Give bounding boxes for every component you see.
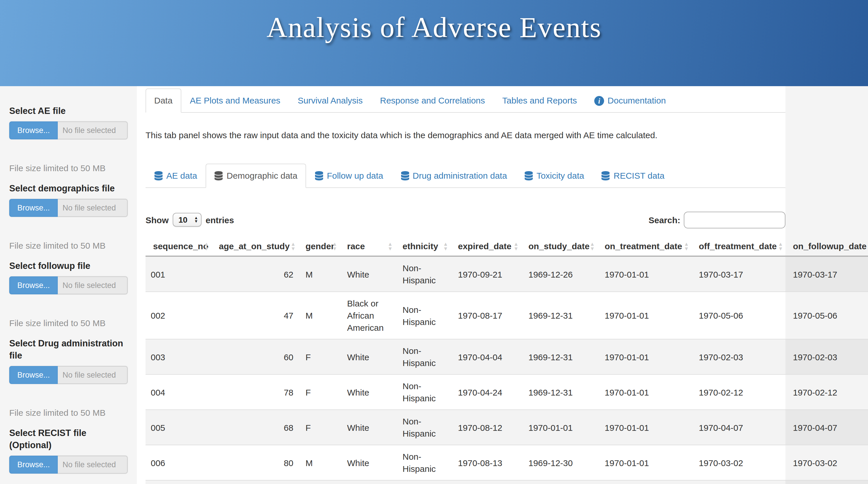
- table-row: 006 80 M White Non-Hispanic 1970-08-13 1…: [146, 445, 868, 480]
- column-header-sequence-no[interactable]: sequence_no▲▼: [146, 236, 214, 256]
- tab-data[interactable]: Data: [146, 88, 181, 113]
- sort-icon[interactable]: ▲▼: [388, 241, 393, 251]
- file-input[interactable]: Browse... No file selected: [9, 199, 128, 217]
- cell-on-followup-date: 1970-02-03: [788, 339, 868, 374]
- tab-follow-up-data[interactable]: Follow up data: [306, 164, 392, 188]
- page-length-select[interactable]: 10 ▲ ▼: [173, 213, 202, 227]
- info-icon: i: [594, 96, 604, 106]
- tab-label: Data: [154, 95, 173, 106]
- sort-icon[interactable]: ▲▼: [204, 241, 209, 251]
- cell-age: 78: [214, 374, 300, 410]
- cell-race: White: [342, 410, 397, 445]
- cell-ethnicity: Non-Hispanic: [397, 445, 453, 480]
- column-header-ethnicity[interactable]: ethnicity▲▼: [397, 236, 453, 256]
- sort-icon[interactable]: ▲▼: [290, 241, 296, 251]
- stepper-down-icon: ▼: [194, 220, 198, 223]
- demographic-data-table: sequence_no▲▼ age_at_on_study▲▼ gender▲▼…: [146, 236, 868, 484]
- file-input[interactable]: Browse... No file selected: [9, 277, 128, 294]
- browse-button[interactable]: Browse...: [9, 366, 58, 384]
- cell-on-study-date: 1969-12-26: [523, 256, 599, 292]
- tab-documentation[interactable]: i Documentation: [586, 88, 675, 113]
- cell-gender: M: [300, 292, 342, 339]
- column-header-label: gender: [306, 241, 334, 251]
- sort-icon[interactable]: ▲▼: [443, 241, 448, 251]
- cell-on-treatment-date: 1970-01-01: [599, 445, 693, 480]
- column-header-expired-date[interactable]: expired_date▲▼: [453, 236, 523, 256]
- column-header-race[interactable]: race▲▼: [342, 236, 397, 256]
- tab-ae-data[interactable]: AE data: [146, 164, 206, 188]
- tab-demographic-data[interactable]: Demographic data: [206, 164, 306, 188]
- cell-off-treatment-date: 1970-04-07: [693, 410, 788, 445]
- table-controls: Show 10 ▲ ▼ entries Search:: [146, 211, 785, 228]
- tab-label: Response and Correlations: [380, 95, 485, 106]
- sort-icon[interactable]: ▲▼: [332, 241, 337, 251]
- page-title: Analysis of Adverse Events: [267, 10, 601, 44]
- file-input-label: Select RECIST file (Optional): [9, 427, 128, 451]
- cell-gender: F: [300, 339, 342, 374]
- cell-ethnicity: Non-Hispanic: [397, 256, 453, 292]
- file-input-block: Select Drug administration file Browse..…: [9, 337, 128, 419]
- column-header-label: on_study_date: [528, 241, 590, 251]
- cell-sequence-no: 006: [146, 445, 214, 480]
- column-header-label: off_treatment_date: [699, 241, 777, 251]
- file-input[interactable]: Browse... No file selected: [9, 456, 128, 474]
- tab-drug-administration-data[interactable]: Drug administration data: [392, 164, 516, 188]
- database-icon: [601, 171, 610, 180]
- entries-label: entries: [206, 215, 234, 225]
- cell-ethnicity: Non-Hispanic: [397, 374, 453, 410]
- column-header-on-treatment-date[interactable]: on_treatment_date▲▼: [599, 236, 693, 256]
- column-header-on-study-date[interactable]: on_study_date▲▼: [523, 236, 599, 256]
- database-icon: [524, 171, 533, 180]
- tab-survival-analysis[interactable]: Survival Analysis: [289, 88, 371, 113]
- search-input[interactable]: [684, 211, 785, 228]
- tab-label: Follow up data: [327, 170, 383, 181]
- cell-race: White: [342, 374, 397, 410]
- cell-on-treatment-date: 1970-01-01: [599, 339, 693, 374]
- sort-icon[interactable]: ▲▼: [778, 241, 783, 251]
- cell-on-treatment-date: 1970-01-01: [599, 374, 693, 410]
- column-header-age-at-on-study[interactable]: age_at_on_study▲▼: [214, 236, 300, 256]
- sort-icon[interactable]: ▲▼: [590, 241, 595, 251]
- browse-button[interactable]: Browse...: [9, 456, 58, 474]
- tab-response-and-correlations[interactable]: Response and Correlations: [371, 88, 494, 113]
- browse-button[interactable]: Browse...: [9, 199, 58, 217]
- table-row: 003 60 F White Non-Hispanic 1970-04-04 1…: [146, 339, 868, 374]
- database-icon: [401, 171, 409, 180]
- file-input[interactable]: Browse... No file selected: [9, 121, 128, 139]
- cell-ethnicity: Non-Hispanic: [397, 480, 453, 484]
- column-header-label: race: [347, 241, 365, 251]
- file-selected-text: No file selected: [58, 366, 128, 384]
- table-row: 005 68 F White Non-Hispanic 1970-08-12 1…: [146, 410, 868, 445]
- column-header-off-treatment-date[interactable]: off_treatment_date▲▼: [693, 236, 788, 256]
- cell-expired-date: 1970-08-17: [453, 292, 523, 339]
- tab-ae-plots-and-measures[interactable]: AE Plots and Measures: [181, 88, 289, 113]
- file-input-block: Select followup file Browse... No file s…: [9, 260, 128, 329]
- database-icon: [315, 171, 323, 180]
- tab-toxicity-data[interactable]: Toxicity data: [516, 164, 593, 188]
- tab-label: Survival Analysis: [298, 95, 363, 106]
- table-row: 002 47 M Black or African American Non-H…: [146, 292, 868, 339]
- browse-button[interactable]: Browse...: [9, 121, 58, 139]
- cell-expired-date: 1970-04-04: [453, 339, 523, 374]
- file-size-note: File size limited to 50 MB: [9, 163, 128, 174]
- column-header-gender[interactable]: gender▲▼: [300, 236, 342, 256]
- cell-ethnicity: Non-Hispanic: [397, 410, 453, 445]
- file-input[interactable]: Browse... No file selected: [9, 366, 128, 384]
- cell-on-treatment-date: 1970-01-01: [599, 480, 693, 484]
- cell-on-study-date: 1969-12-31: [523, 480, 599, 484]
- browse-button[interactable]: Browse...: [9, 277, 58, 294]
- cell-age: 47: [214, 292, 300, 339]
- cell-sequence-no: 005: [146, 410, 214, 445]
- file-input-label: Select AE file: [9, 105, 128, 117]
- cell-expired-date: 1970-09-21: [453, 256, 523, 292]
- sort-icon[interactable]: ▲▼: [514, 241, 519, 251]
- tab-recist-data[interactable]: RECIST data: [593, 164, 673, 188]
- cell-on-study-date: 1969-12-30: [523, 445, 599, 480]
- cell-on-followup-date: 1970-04-07: [788, 410, 868, 445]
- cell-age: 60: [214, 339, 300, 374]
- tab-tables-and-reports[interactable]: Tables and Reports: [494, 88, 586, 113]
- file-size-note: File size limited to 50 MB: [9, 407, 128, 419]
- column-header-on-followup-date[interactable]: on_followup_date▲▼: [788, 236, 868, 256]
- sort-icon[interactable]: ▲▼: [684, 241, 689, 251]
- cell-age: 80: [214, 445, 300, 480]
